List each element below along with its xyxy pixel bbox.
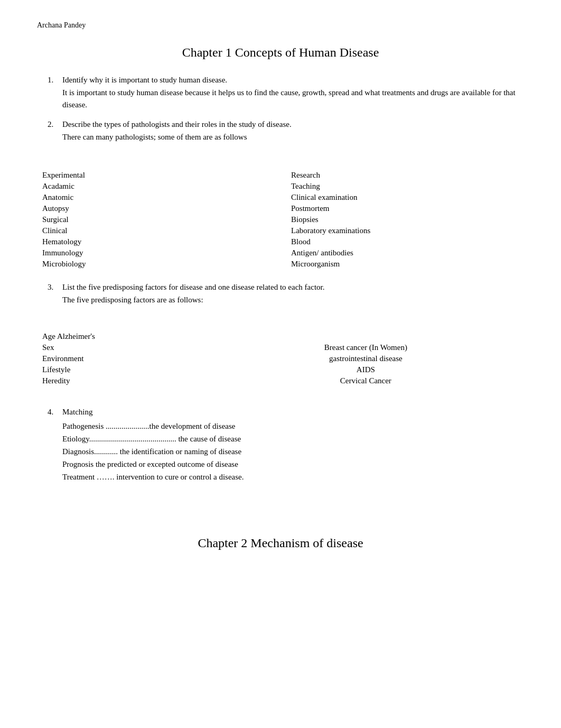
pathologist-row: ExperimentalResearch bbox=[37, 170, 524, 181]
predisposing-right: Cervical Cancer bbox=[208, 375, 524, 386]
pathologist-right: Blood bbox=[280, 236, 524, 247]
pathologist-left: Autopsy bbox=[37, 203, 280, 214]
pathologist-right: Antigen/ antibodies bbox=[280, 247, 524, 259]
pathologist-row: ClinicalLaboratory examinations bbox=[37, 225, 524, 236]
pathologist-left: Clinical bbox=[37, 225, 280, 236]
pathologist-row: AutopsyPostmortem bbox=[37, 203, 524, 214]
question-2: 2. Describe the types of pathologists an… bbox=[37, 120, 524, 143]
pathologist-left: Immunology bbox=[37, 247, 280, 259]
predisposing-left: Heredity bbox=[37, 375, 208, 386]
pathologist-row: MicrobiologyMicroorganism bbox=[37, 259, 524, 270]
q3-text: List the five predisposing factors for d… bbox=[62, 283, 524, 292]
matching-title: Matching bbox=[62, 408, 244, 417]
pathologist-left: Experimental bbox=[37, 170, 280, 181]
matching-item: Prognosis the predicted or excepted outc… bbox=[62, 458, 244, 471]
pathologist-right: Teaching bbox=[280, 181, 524, 192]
q1-text: Identify why it is important to study hu… bbox=[62, 76, 524, 85]
pathologist-right: Clinical examination bbox=[280, 192, 524, 203]
predisposing-left: Sex bbox=[37, 342, 208, 353]
pathologist-row: AnatomicClinical examination bbox=[37, 192, 524, 203]
questions-list: 1. Identify why it is important to study… bbox=[37, 76, 524, 143]
predisposing-left: Lifestyle bbox=[37, 364, 208, 375]
pathologist-row: ImmunologyAntigen/ antibodies bbox=[37, 247, 524, 259]
q4-number: 4. bbox=[48, 408, 62, 494]
matching-item: Etiology................................… bbox=[62, 432, 244, 445]
gap3 bbox=[37, 397, 524, 408]
pathologist-left: Anatomic bbox=[37, 192, 280, 203]
predisposing-right: Breast cancer (In Women) bbox=[208, 342, 524, 353]
pathologist-row: SurgicalBiopsies bbox=[37, 214, 524, 225]
pathologists-table: ExperimentalResearchAcadamicTeachingAnat… bbox=[37, 170, 524, 270]
q2-answer: There can many pathologists; some of the… bbox=[62, 131, 524, 143]
q3-answer: The five predisposing factors are as fol… bbox=[62, 294, 524, 306]
predisposing-row: SexBreast cancer (In Women) bbox=[37, 342, 524, 353]
matching-item: Diagnosis............ the identification… bbox=[62, 445, 244, 458]
pathologist-right: Postmortem bbox=[280, 203, 524, 214]
pathologist-left: Hematology bbox=[37, 236, 280, 247]
predisposing-right: gastrointestinal disease bbox=[208, 353, 524, 364]
q2-content: Describe the types of pathologists and t… bbox=[62, 120, 524, 143]
chapter1-title: Chapter 1 Concepts of Human Disease bbox=[37, 45, 524, 60]
predisposing-row: HeredityCervical Cancer bbox=[37, 375, 524, 386]
predisposing-right: AIDS bbox=[208, 364, 524, 375]
pathologist-left: Acadamic bbox=[37, 181, 280, 192]
pathologist-right: Laboratory examinations bbox=[280, 225, 524, 236]
q1-content: Identify why it is important to study hu… bbox=[62, 76, 524, 110]
matching-content: Matching Pathogenesis ..................… bbox=[62, 408, 244, 483]
predisposing-row: Age Alzheimer's bbox=[37, 331, 524, 342]
pathologist-row: HematologyBlood bbox=[37, 236, 524, 247]
predisposing-row: LifestyleAIDS bbox=[37, 364, 524, 375]
question-1: 1. Identify why it is important to study… bbox=[37, 76, 524, 110]
pathologist-row: AcadamicTeaching bbox=[37, 181, 524, 192]
q2-text: Describe the types of pathologists and t… bbox=[62, 120, 524, 129]
matching-items: Pathogenesis ......................the d… bbox=[62, 420, 244, 483]
q3-number: 3. bbox=[48, 283, 62, 306]
q3-content: List the five predisposing factors for d… bbox=[62, 283, 524, 306]
question-3: 3. List the five predisposing factors fo… bbox=[37, 283, 524, 306]
gap2 bbox=[37, 315, 524, 326]
q2-number: 2. bbox=[48, 120, 62, 143]
question-4: 4. Matching Pathogenesis ...............… bbox=[37, 408, 524, 494]
predisposing-left: Environment bbox=[37, 353, 208, 364]
predisposing-table: Age Alzheimer'sSexBreast cancer (In Wome… bbox=[37, 331, 524, 386]
matching-item: Treatment ……. intervention to cure or co… bbox=[62, 471, 244, 483]
pathologist-left: Surgical bbox=[37, 214, 280, 225]
pathologist-left: Microbiology bbox=[37, 259, 280, 270]
predisposing-left: Age Alzheimer's bbox=[37, 331, 208, 342]
predisposing-right bbox=[208, 331, 524, 342]
pathologist-right: Microorganism bbox=[280, 259, 524, 270]
predisposing-row: Environmentgastrointestinal disease bbox=[37, 353, 524, 364]
pathologist-right: Research bbox=[280, 170, 524, 181]
chapter2-title: Chapter 2 Mechanism of disease bbox=[37, 536, 524, 550]
q1-number: 1. bbox=[48, 76, 62, 110]
q1-answer: It is important to study human disease b… bbox=[62, 87, 524, 110]
gap1 bbox=[37, 154, 524, 164]
matching-item: Pathogenesis ......................the d… bbox=[62, 420, 244, 432]
pathologist-right: Biopsies bbox=[280, 214, 524, 225]
author-name: Archana Pandey bbox=[37, 21, 524, 30]
